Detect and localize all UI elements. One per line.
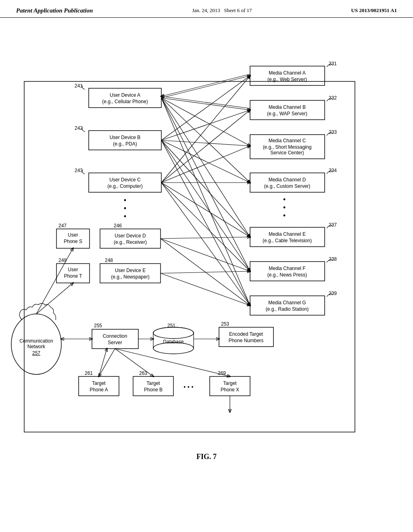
svg-point-59: [153, 327, 194, 339]
publication-title: Patent Application Publication: [16, 7, 93, 14]
svg-line-90: [161, 110, 250, 183]
svg-text:•: •: [123, 196, 126, 205]
svg-line-111: [36, 283, 73, 314]
header-center: Jan. 24, 2013 Sheet 6 of 17: [192, 7, 252, 14]
svg-line-79: [161, 98, 250, 237]
figure-label: FIG. 7: [196, 453, 217, 461]
svg-text:248: 248: [105, 258, 113, 263]
diagram-area: Media Channel A(e.g., Web Server) 231 Me…: [0, 22, 413, 485]
svg-line-91: [161, 146, 250, 183]
svg-line-94: [161, 183, 250, 271]
svg-line-84: [161, 140, 250, 146]
svg-text:•: •: [123, 212, 126, 221]
svg-line-75: [161, 76, 250, 98]
svg-line-80: [161, 98, 250, 271]
patent-number: US 2013/0021951 A1: [351, 7, 397, 14]
svg-text:253: 253: [221, 321, 229, 327]
svg-text:241: 241: [75, 83, 83, 89]
svg-text:255: 255: [94, 323, 102, 328]
svg-text:233: 233: [329, 129, 337, 135]
svg-line-77: [161, 98, 250, 146]
svg-text:243: 243: [75, 168, 83, 173]
svg-text:•: •: [283, 203, 286, 212]
svg-line-107: [115, 349, 153, 376]
svg-text:• • •: • • •: [184, 384, 194, 391]
svg-line-83: [161, 110, 250, 140]
svg-line-88: [161, 140, 250, 305]
svg-text:238: 238: [329, 256, 337, 262]
svg-text:234: 234: [329, 168, 337, 173]
svg-text:239: 239: [329, 291, 337, 296]
page-header: Patent Application Publication Jan. 24, …: [0, 0, 413, 18]
svg-line-87: [161, 140, 250, 271]
svg-line-95: [161, 183, 250, 305]
patent-diagram: Media Channel A(e.g., Web Server) 231 Me…: [0, 22, 413, 485]
svg-text:242: 242: [75, 125, 83, 131]
header-date: Jan. 24, 2013: [192, 7, 220, 13]
svg-text:231: 231: [329, 61, 337, 66]
svg-text:251: 251: [167, 323, 175, 328]
svg-text:•: •: [283, 195, 286, 204]
svg-text:246: 246: [114, 223, 122, 229]
svg-line-106: [99, 349, 115, 376]
svg-text:261: 261: [85, 370, 93, 376]
svg-rect-113: [24, 81, 355, 432]
header-sheet: Sheet 6 of 17: [224, 7, 252, 13]
svg-text:Database: Database: [163, 339, 184, 345]
svg-line-78: [161, 98, 250, 183]
svg-line-99: [161, 271, 250, 273]
svg-line-109: [99, 349, 107, 376]
svg-line-93: [161, 183, 250, 237]
svg-text:237: 237: [329, 222, 337, 228]
svg-line-100: [161, 273, 250, 305]
svg-text:257: 257: [32, 350, 40, 356]
svg-text:•: •: [123, 204, 126, 213]
svg-text:247: 247: [58, 223, 67, 229]
svg-text:232: 232: [329, 95, 337, 101]
svg-line-102: [161, 96, 250, 108]
svg-text:•: •: [283, 211, 286, 220]
svg-text:249: 249: [58, 258, 67, 263]
svg-line-96: [161, 237, 250, 239]
